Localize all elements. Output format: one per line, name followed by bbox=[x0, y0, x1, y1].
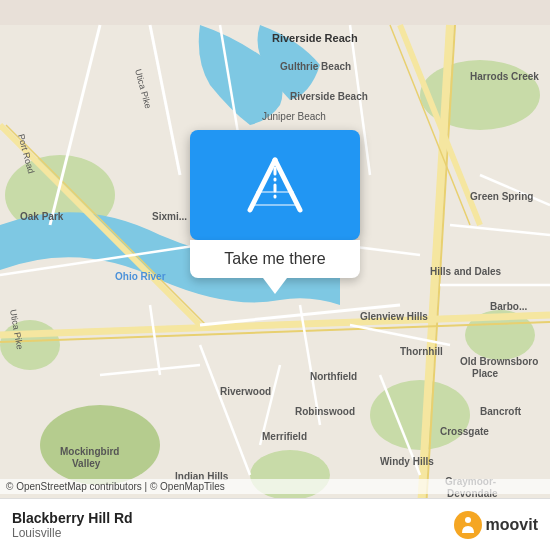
svg-text:Green Spring: Green Spring bbox=[470, 191, 533, 202]
moovit-icon bbox=[454, 511, 482, 539]
svg-text:Crossgate: Crossgate bbox=[440, 426, 489, 437]
svg-text:Merrifield: Merrifield bbox=[262, 431, 307, 442]
riverside-reach-label: Riverside Reach bbox=[272, 32, 358, 44]
svg-text:Robinswood: Robinswood bbox=[295, 406, 355, 417]
svg-point-69 bbox=[465, 517, 471, 523]
svg-text:Sixmi...: Sixmi... bbox=[152, 211, 187, 222]
svg-text:Ohio River: Ohio River bbox=[115, 271, 166, 282]
svg-text:Harrods Creek: Harrods Creek bbox=[470, 71, 539, 82]
place-city: Louisville bbox=[12, 526, 133, 540]
svg-text:Barbo...: Barbo... bbox=[490, 301, 527, 312]
svg-text:Valley: Valley bbox=[72, 458, 101, 469]
card-icon-area bbox=[190, 130, 360, 240]
svg-text:Juniper Beach: Juniper Beach bbox=[262, 111, 326, 122]
bottom-bar: Blackberry Hill Rd Louisville moovit bbox=[0, 498, 550, 550]
svg-text:Glenview Hills: Glenview Hills bbox=[360, 311, 428, 322]
svg-text:Mockingbird: Mockingbird bbox=[60, 446, 119, 457]
place-name: Blackberry Hill Rd bbox=[12, 510, 133, 526]
svg-text:Old Brownsboro: Old Brownsboro bbox=[460, 356, 538, 367]
card-pointer bbox=[263, 278, 287, 294]
svg-text:Thornhill: Thornhill bbox=[400, 346, 443, 357]
svg-text:Riverwood: Riverwood bbox=[220, 386, 271, 397]
svg-text:Northfield: Northfield bbox=[310, 371, 357, 382]
take-me-there-label: Take me there bbox=[224, 250, 325, 267]
svg-text:Windy Hills: Windy Hills bbox=[380, 456, 434, 467]
road-icon bbox=[235, 150, 315, 220]
svg-text:Gulthrie Beach: Gulthrie Beach bbox=[280, 61, 351, 72]
svg-line-64 bbox=[275, 160, 300, 210]
take-me-card[interactable]: Take me there bbox=[190, 130, 360, 294]
attribution-bar: © OpenStreetMap contributors | © OpenMap… bbox=[0, 479, 550, 494]
moovit-text: moovit bbox=[486, 516, 538, 534]
svg-text:Hills and Dales: Hills and Dales bbox=[430, 266, 502, 277]
svg-point-3 bbox=[40, 405, 160, 485]
svg-line-63 bbox=[250, 160, 275, 210]
map-container: Gulthrie Beach Harrods Creek Riverside B… bbox=[0, 0, 550, 550]
svg-point-7 bbox=[0, 320, 60, 370]
moovit-logo[interactable]: moovit bbox=[454, 511, 538, 539]
location-info: Blackberry Hill Rd Louisville bbox=[12, 510, 133, 540]
svg-text:Place: Place bbox=[472, 368, 499, 379]
svg-text:Oak Park: Oak Park bbox=[20, 211, 64, 222]
svg-text:Bancroft: Bancroft bbox=[480, 406, 522, 417]
svg-text:Riverside Beach: Riverside Beach bbox=[290, 91, 368, 102]
attribution-text: © OpenStreetMap contributors | © OpenMap… bbox=[6, 481, 225, 492]
card-footer[interactable]: Take me there bbox=[190, 240, 360, 278]
